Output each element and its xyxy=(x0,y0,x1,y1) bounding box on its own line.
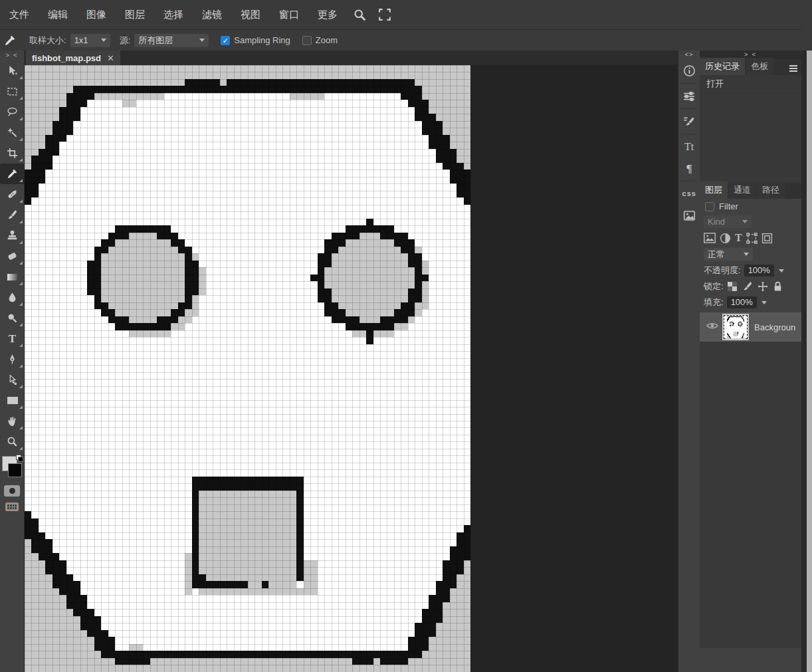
lock-transparency-icon[interactable] xyxy=(727,281,738,292)
menu-select[interactable]: 选择 xyxy=(154,0,193,29)
quick-mask-button[interactable] xyxy=(4,485,20,497)
heal-tool[interactable] xyxy=(0,184,25,205)
character-icon[interactable]: Tt xyxy=(678,136,700,158)
magic-wand-tool[interactable] xyxy=(0,122,25,143)
tab-swatches[interactable]: 色板 xyxy=(746,58,773,75)
filter-label: Filter xyxy=(719,201,738,211)
subtool-corner xyxy=(19,96,23,100)
subtool-corner xyxy=(19,76,23,79)
blend-mode-select[interactable]: 正常 xyxy=(704,248,753,261)
paragraph-icon[interactable]: ¶ xyxy=(678,158,700,179)
opacity-label: 不透明度: xyxy=(704,265,741,277)
tab-history[interactable]: 历史记录 xyxy=(700,58,745,75)
menu-filter[interactable]: 滤镜 xyxy=(193,0,231,29)
toolbar-collapse[interactable]: > < xyxy=(0,51,24,60)
virtual-keyboard-icon[interactable] xyxy=(5,503,19,511)
sample-size-select[interactable]: 1x1 xyxy=(70,34,110,47)
path-select-tool[interactable] xyxy=(0,370,25,390)
zoom-checkbox[interactable] xyxy=(302,36,312,45)
subtool-corner xyxy=(19,179,23,182)
layer-row[interactable]: Background xyxy=(700,312,801,342)
pen-tool[interactable] xyxy=(0,349,25,370)
zoom-tool[interactable] xyxy=(0,431,25,452)
filter-type-icon[interactable]: T xyxy=(735,232,742,244)
move-tool[interactable] xyxy=(0,60,25,81)
dodge-tool[interactable] xyxy=(0,308,25,328)
image-icon[interactable] xyxy=(678,205,700,227)
subtool-corner xyxy=(19,344,23,347)
eyedropper-tool[interactable] xyxy=(0,164,25,184)
subtool-corner xyxy=(19,261,23,265)
marquee-tool[interactable] xyxy=(0,81,25,102)
tab-channels[interactable]: 通道 xyxy=(728,181,756,199)
hand-tool[interactable] xyxy=(0,411,25,431)
filter-adjustment-icon[interactable] xyxy=(720,233,731,244)
blur-tool[interactable] xyxy=(0,287,25,308)
rectangle-tool[interactable] xyxy=(0,390,25,411)
filter-smart-object-icon[interactable] xyxy=(761,233,773,244)
adjust-sliders-icon[interactable] xyxy=(678,85,700,107)
quick-mask-icon xyxy=(9,488,15,494)
sampling-ring-checkbox[interactable]: ✓ xyxy=(221,36,230,45)
tab-layers[interactable]: 图层 xyxy=(700,181,728,199)
tool-bar: > < T xyxy=(0,51,25,672)
fill-value[interactable]: 100% xyxy=(727,296,757,308)
fill-dropdown-icon[interactable] xyxy=(761,301,767,304)
document-canvas[interactable] xyxy=(25,65,471,672)
document-tab[interactable]: fishbot_map.psd ✕ xyxy=(26,51,120,65)
css-icon[interactable]: css xyxy=(678,183,700,205)
layer-name: Background xyxy=(754,322,795,332)
menu-view[interactable]: 视图 xyxy=(231,0,270,29)
lock-all-icon[interactable] xyxy=(773,281,783,292)
menu-file[interactable]: 文件 xyxy=(0,0,39,29)
layers-controls: Filter Kind T 正常 不透明度: 100% 锁定: xyxy=(700,199,801,308)
window-scrollbar[interactable] xyxy=(807,51,812,672)
source-select[interactable]: 所有图层 xyxy=(134,34,209,47)
filter-image-icon[interactable] xyxy=(704,233,716,243)
filter-checkbox[interactable] xyxy=(705,202,714,211)
clone-stamp-tool[interactable] xyxy=(0,225,25,246)
panel-menu-icon[interactable] xyxy=(789,64,797,73)
menu-image[interactable]: 图像 xyxy=(77,0,116,29)
type-tool[interactable]: T xyxy=(0,328,25,349)
strip-collapse[interactable]: <> xyxy=(678,51,700,60)
subtool-corner xyxy=(19,302,23,306)
layer-thumbnail[interactable] xyxy=(724,315,748,339)
menu-layer[interactable]: 图层 xyxy=(116,0,154,29)
default-colors-icon[interactable] xyxy=(16,455,23,462)
kind-select[interactable]: Kind xyxy=(704,215,752,228)
crop-tool[interactable] xyxy=(0,143,25,164)
subtool-corner xyxy=(19,447,23,450)
subtool-corner xyxy=(19,158,23,162)
lasso-tool[interactable] xyxy=(0,102,25,122)
history-panel-tabs: 历史记录 色板 xyxy=(700,59,801,75)
brush-tool[interactable] xyxy=(0,205,25,225)
layer-visibility-eye-icon[interactable] xyxy=(706,321,718,333)
history-item-open[interactable]: 打开 xyxy=(700,75,801,93)
panel-edge-gap xyxy=(801,51,807,672)
lock-paint-icon[interactable] xyxy=(742,281,753,292)
background-color-swatch[interactable] xyxy=(8,463,22,477)
opacity-dropdown-icon[interactable] xyxy=(779,269,784,273)
gradient-tool[interactable] xyxy=(0,267,25,287)
info-icon[interactable] xyxy=(678,60,700,82)
fullscreen-icon[interactable] xyxy=(372,0,397,29)
lock-position-icon[interactable] xyxy=(758,281,768,292)
zoom-label: Zoom xyxy=(316,35,338,45)
menu-bar: 文件 编辑 图像 图层 选择 滤镜 视图 窗口 更多 xyxy=(0,0,812,30)
menu-edit[interactable]: 编辑 xyxy=(39,0,77,29)
eraser-tool[interactable] xyxy=(0,246,25,267)
search-icon[interactable] xyxy=(347,0,372,29)
menu-window[interactable]: 窗口 xyxy=(270,0,308,29)
filter-group-icon[interactable] xyxy=(746,233,758,244)
subtool-corner xyxy=(19,199,23,203)
menu-more[interactable]: 更多 xyxy=(308,0,347,29)
color-swatches[interactable] xyxy=(0,455,25,480)
opacity-value[interactable]: 100% xyxy=(744,265,774,277)
tab-paths[interactable]: 路径 xyxy=(757,181,785,199)
subtool-corner xyxy=(19,364,23,368)
subtool-corner xyxy=(19,241,23,244)
close-icon[interactable]: ✕ xyxy=(107,53,114,63)
subtool-corner xyxy=(19,405,23,409)
brush-settings-icon[interactable] xyxy=(678,110,700,132)
